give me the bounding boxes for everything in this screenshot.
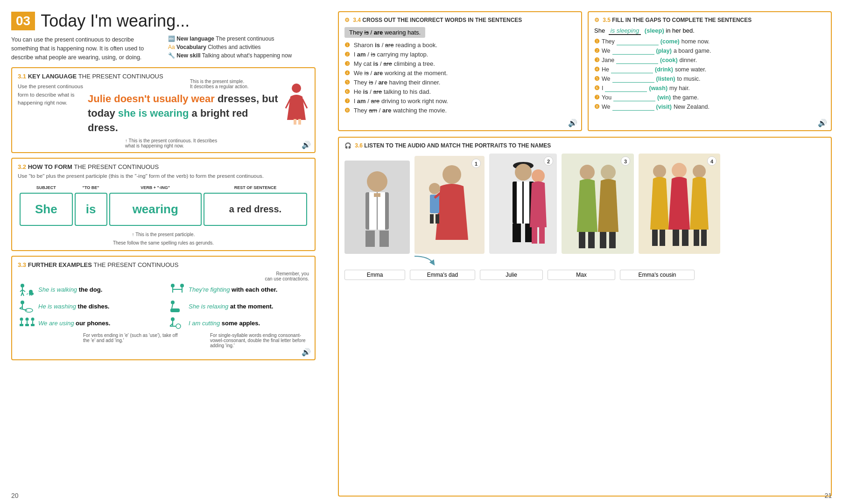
cross-item-6: ❻ He is / are talking to his dad.: [344, 88, 576, 95]
svg-rect-78: [682, 230, 688, 246]
section-36-num: 3.6: [355, 142, 364, 149]
vocab-label: Vocabulary: [176, 44, 206, 50]
section-32-label: HOW TO FORM: [28, 163, 74, 170]
cross-item-4: ❹ We is / are working at the moment.: [344, 70, 576, 77]
example-6-icon: [168, 317, 185, 330]
name-julie: Julie: [480, 270, 543, 280]
new-skill-row: 🔧 New skill Talking about what's happeni…: [168, 52, 316, 59]
example-3-text: He is washing the dishes.: [38, 303, 109, 310]
example-4: She is relaxing at the moment.: [168, 300, 309, 313]
sound-icon-33[interactable]: 🔊: [302, 348, 311, 357]
ex5-bold: our phones.: [76, 320, 110, 327]
svg-rect-76: [660, 230, 665, 246]
sentence-part4: she is wearing: [118, 107, 189, 119]
fill-items-list: ❶ They (come) home now. ❷ We (play) a bo…: [594, 38, 825, 111]
skill-icon: 🔧: [168, 52, 175, 59]
bottom-note: ↑ This is the present continuous. It des…: [125, 138, 279, 148]
arrow-area: [344, 254, 825, 268]
section-36: 🎧 3.6 LISTEN TO THE AUDIO AND MATCH THE …: [338, 137, 832, 497]
svg-point-66: [580, 165, 595, 180]
sentence-part2: dresses, but: [218, 93, 278, 105]
svg-rect-53: [430, 214, 434, 224]
fill-intro-end: in her bed.: [666, 27, 694, 34]
gear-icon-34: ⚙: [344, 17, 350, 23]
sound-icon-35[interactable]: 🔊: [818, 119, 827, 127]
section-32-title: THE PRESENT CONTINUOUS: [74, 163, 159, 170]
cell-she: She: [20, 193, 73, 226]
svg-rect-80: [701, 230, 707, 246]
lesson-title: Today I'm wearing...: [41, 11, 190, 31]
fill-intro-row: She is sleeping (sleep) in her bed.: [594, 27, 825, 34]
example-6-text: I am cutting some apples.: [189, 320, 260, 327]
portraits-row: 1: [344, 154, 825, 254]
svg-rect-75: [652, 230, 658, 246]
svg-line-13: [27, 294, 28, 294]
svg-rect-69: [588, 232, 595, 248]
cross-intro-row: They is / are wearing hats.: [344, 27, 576, 38]
svg-point-38: [171, 317, 175, 321]
col-header-rest: REST OF SENTENCE: [204, 184, 307, 191]
svg-rect-35: [20, 324, 23, 326]
fill-intro-blank: is sleeping: [609, 27, 641, 35]
portrait-group-1: [344, 161, 410, 254]
portrait-num-3: 3: [621, 156, 630, 166]
svg-rect-3: [294, 119, 296, 125]
section-36-header: 🎧 3.6 LISTEN TO THE AUDIO AND MATCH THE …: [344, 142, 825, 149]
svg-rect-70: [600, 232, 606, 248]
example-6: I am cutting some apples.: [168, 317, 309, 330]
section-35-label: FILL IN THE GAPS TO COMPLETE THE SENTENC…: [612, 17, 752, 23]
portrait-num-1: 1: [471, 159, 481, 168]
svg-point-57: [515, 164, 532, 181]
ex1-teal: She is walking: [38, 286, 77, 293]
svg-point-43: [367, 171, 387, 192]
key-sentence: Julie doesn't usually wear dresses, but …: [88, 92, 279, 135]
svg-point-26: [171, 301, 175, 304]
svg-point-30: [26, 317, 29, 321]
fill-intro-start: She: [594, 27, 605, 34]
fill-item-5: ❺ We (listen) to music.: [594, 75, 825, 83]
example-2: They're fighting with each other.: [168, 283, 309, 296]
skill-label: New skill: [176, 52, 200, 59]
form-note-text: ↑ This is the present participle.These f…: [113, 232, 214, 245]
svg-rect-61: [513, 224, 521, 242]
fill-item-8: ❽ We (visit) New Zealand.: [594, 103, 825, 111]
fill-item-2: ❷ We (play) a board game.: [594, 47, 825, 55]
section-31-header: 3.1 KEY LANGUAGE THE PRESENT CONTINUOUS: [18, 73, 309, 80]
dress-figure: [283, 83, 309, 148]
example-1-text: She is walking the dog.: [38, 286, 102, 293]
section-33-title: THE PRESENT CONTINUOUS: [94, 261, 179, 268]
cross-item-2: ❷ I am / is carrying my laptop.: [344, 51, 576, 58]
page-num-left: 20: [11, 492, 19, 499]
svg-point-72: [653, 165, 666, 178]
svg-rect-65: [539, 227, 545, 244]
ex4-teal: She is relaxing: [189, 303, 228, 310]
cell-wearing: wearing: [109, 193, 202, 226]
right-top-row: ⚙ 3.4 CROSS OUT THE INCORRECT WORDS IN T…: [338, 11, 832, 131]
section-33-label: FURTHER EXAMPLES: [28, 261, 94, 268]
portrait-num-4: 4: [707, 156, 717, 166]
fill-item-1: ❶ They (come) home now.: [594, 38, 825, 45]
section-35: ⚙ 3.5 FILL IN THE GAPS TO COMPLETE THE S…: [588, 11, 832, 131]
sound-icon-34[interactable]: 🔊: [568, 119, 577, 127]
svg-rect-64: [532, 227, 537, 244]
new-language-row: 🔤 New language The present continuous: [168, 35, 316, 42]
svg-line-28: [172, 304, 173, 308]
key-lang-main: This is the present simple.It describes …: [88, 83, 279, 148]
examples-notes-row: For verbs ending in 'e' (such as 'use'),…: [18, 333, 309, 348]
ex3-teal: He is washing: [38, 303, 76, 310]
svg-rect-71: [609, 232, 616, 248]
sound-icon-31[interactable]: 🔊: [302, 140, 311, 149]
svg-point-16: [171, 284, 175, 287]
lesson-title-row: 03 Today I'm wearing...: [11, 11, 316, 31]
ex2-bold: with each other.: [232, 286, 277, 293]
example-5: We are using our phones.: [18, 317, 159, 330]
svg-point-50: [443, 165, 461, 184]
intro-description: You can use the present continuous to de…: [11, 35, 159, 62]
ex6-bold: some apples.: [222, 320, 260, 327]
cross-item-5: ❺ They is / are having their dinner.: [344, 79, 576, 86]
svg-rect-36: [25, 324, 29, 326]
svg-rect-4: [298, 119, 301, 125]
key-lang-sidenote: Use the present continuous form to descr…: [18, 83, 83, 148]
svg-point-21: [21, 301, 24, 304]
note-double: For single-syllable words ending consona…: [191, 333, 309, 348]
